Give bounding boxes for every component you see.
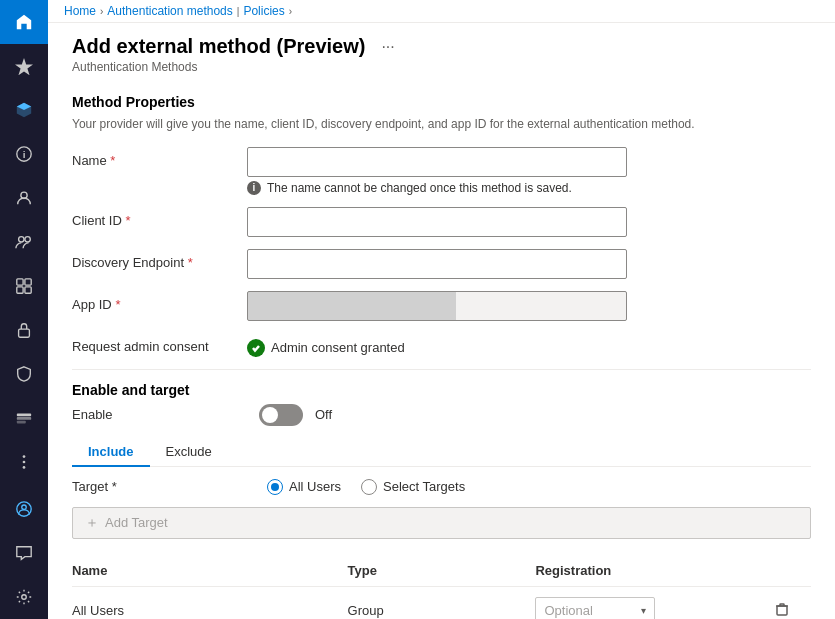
tab-exclude[interactable]: Exclude: [150, 438, 228, 467]
svg-rect-7: [17, 287, 23, 293]
radio-select-targets[interactable]: Select Targets: [361, 479, 465, 495]
target-row: Target * All Users Select Targets: [72, 479, 811, 495]
sidebar-icon-lock[interactable]: [0, 308, 48, 352]
sidebar-icon-users[interactable]: [0, 176, 48, 220]
row-name: All Users: [72, 586, 348, 619]
admin-consent-granted: Admin consent granted: [247, 333, 405, 357]
svg-point-17: [22, 505, 27, 510]
row-type: Group: [348, 586, 536, 619]
sidebar-icon-feedback[interactable]: [0, 531, 48, 575]
sidebar-icon-groups[interactable]: [0, 220, 48, 264]
breadcrumb-sep-1: ›: [100, 6, 103, 17]
enable-toggle-row: Enable Off: [72, 404, 811, 426]
svg-rect-5: [17, 279, 23, 285]
sidebar-icon-user-circle[interactable]: [0, 487, 48, 531]
svg-rect-19: [777, 606, 787, 615]
client-id-row: Client ID *: [72, 207, 811, 237]
sidebar-icon-favorites[interactable]: [0, 44, 48, 88]
svg-point-15: [23, 466, 26, 469]
svg-rect-10: [17, 414, 31, 417]
enable-target-title: Enable and target: [72, 382, 811, 398]
toggle-knob: [262, 407, 278, 423]
svg-point-18: [22, 595, 27, 600]
discovery-endpoint-row: Discovery Endpoint *: [72, 249, 811, 279]
svg-rect-8: [25, 287, 31, 293]
admin-consent-row: Request admin consent Admin consent gran…: [72, 333, 811, 357]
registration-dropdown[interactable]: Optional ▾: [535, 597, 655, 619]
client-id-control: [247, 207, 811, 237]
breadcrumb-sep-3: ›: [289, 6, 292, 17]
form-area: Method Properties Your provider will giv…: [48, 82, 835, 619]
chevron-down-icon: ▾: [641, 605, 646, 616]
discovery-endpoint-control: [247, 249, 811, 279]
radio-all-users[interactable]: All Users: [267, 479, 341, 495]
table-row: All Users Group Optional ▾: [72, 586, 811, 619]
svg-rect-11: [17, 417, 31, 420]
breadcrumb-home[interactable]: Home: [64, 4, 96, 18]
sidebar-icon-info[interactable]: i: [0, 132, 48, 176]
sidebar-icon-home[interactable]: [0, 0, 48, 44]
add-target-button: ＋ Add Target: [72, 507, 811, 539]
svg-point-3: [19, 237, 24, 242]
info-icon: i: [247, 181, 261, 195]
breadcrumb-auth-methods[interactable]: Authentication methods: [107, 4, 232, 18]
breadcrumb-policies[interactable]: Policies: [243, 4, 284, 18]
col-header-action: [761, 555, 811, 587]
discovery-endpoint-label: Discovery Endpoint *: [72, 249, 247, 270]
app-id-control: [247, 291, 811, 321]
name-control-area: i The name cannot be changed once this m…: [247, 147, 811, 195]
target-label: Target *: [72, 479, 247, 494]
name-input[interactable]: [247, 147, 627, 177]
sidebar-icon-entra[interactable]: [0, 88, 48, 132]
main-content: Home › Authentication methods | Policies…: [48, 0, 835, 619]
name-label: Name *: [72, 147, 247, 168]
svg-point-4: [25, 237, 30, 242]
svg-rect-12: [17, 421, 26, 424]
delete-row-button[interactable]: [771, 599, 793, 619]
toggle-state: Off: [315, 407, 332, 422]
method-properties-title: Method Properties: [72, 94, 811, 110]
col-header-registration: Registration: [535, 555, 760, 587]
ellipsis-button[interactable]: ···: [375, 36, 400, 58]
svg-point-13: [23, 455, 26, 458]
discovery-endpoint-input[interactable]: [247, 249, 627, 279]
app-id-label: App ID *: [72, 291, 247, 312]
sidebar-icon-apps[interactable]: [0, 264, 48, 308]
radio-select-targets-label: Select Targets: [383, 479, 465, 494]
registration-value: Optional: [544, 603, 592, 618]
admin-consent-label: Request admin consent: [72, 333, 247, 354]
radio-all-users-label: All Users: [289, 479, 341, 494]
svg-text:i: i: [23, 149, 26, 160]
sidebar-icon-modules[interactable]: [0, 396, 48, 440]
col-header-type: Type: [348, 555, 536, 587]
plus-icon: ＋: [85, 514, 99, 532]
enable-toggle[interactable]: [259, 404, 303, 426]
sidebar-icon-settings[interactable]: [0, 575, 48, 619]
name-required: *: [110, 153, 115, 168]
app-id-input[interactable]: [247, 291, 627, 321]
breadcrumb-sep-2: |: [237, 6, 240, 17]
page-title: Add external method (Preview): [72, 35, 365, 58]
section-divider: [72, 369, 811, 370]
name-field-row: Name * i The name cannot be changed once…: [72, 147, 811, 195]
row-action: [761, 586, 811, 619]
sidebar: i: [0, 0, 48, 619]
include-exclude-tabs: Include Exclude: [72, 438, 811, 467]
tab-include[interactable]: Include: [72, 438, 150, 467]
client-id-input[interactable]: [247, 207, 627, 237]
breadcrumb: Home › Authentication methods | Policies…: [48, 0, 835, 23]
svg-rect-9: [19, 329, 30, 337]
targets-table: Name Type Registration All Users Group O…: [72, 555, 811, 619]
client-id-label: Client ID *: [72, 207, 247, 228]
page-subtitle: Authentication Methods: [72, 60, 811, 74]
add-target-label: Add Target: [105, 515, 168, 530]
page-header: Add external method (Preview) ··· Authen…: [48, 23, 835, 82]
svg-rect-6: [25, 279, 31, 285]
sidebar-icon-security[interactable]: [0, 352, 48, 396]
app-id-row: App ID *: [72, 291, 811, 321]
method-properties-desc: Your provider will give you the name, cl…: [72, 116, 811, 133]
sidebar-icon-more[interactable]: [0, 440, 48, 484]
svg-point-14: [23, 461, 26, 464]
name-info-message: i The name cannot be changed once this m…: [247, 181, 811, 195]
col-header-name: Name: [72, 555, 348, 587]
